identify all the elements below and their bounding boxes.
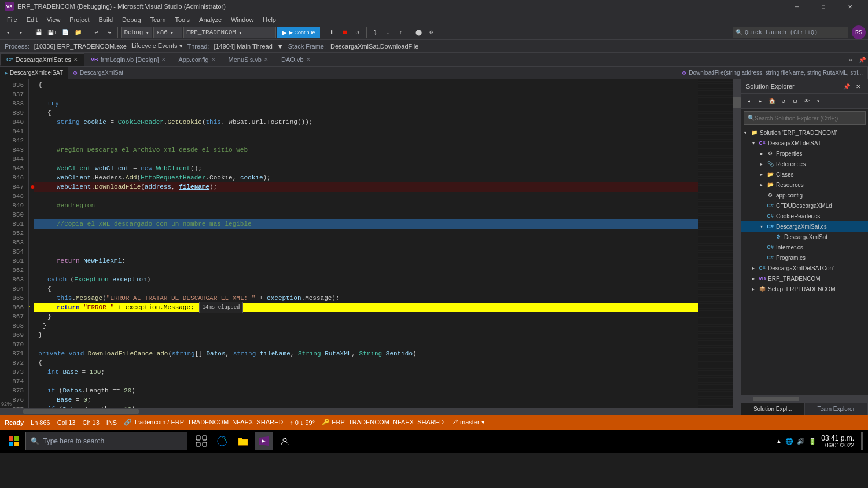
project-dropdown[interactable]: ERP_TRADENCOM ▾ bbox=[183, 27, 276, 38]
step-over-button[interactable]: ⤵ bbox=[370, 27, 381, 38]
open-button[interactable]: 📁 bbox=[72, 27, 84, 38]
edge-button[interactable] bbox=[213, 432, 231, 450]
tree-internet[interactable]: C# Internet.cs bbox=[741, 242, 868, 252]
pause-button[interactable]: ⏸ bbox=[326, 27, 338, 38]
settings-button[interactable]: ⚙ bbox=[426, 27, 437, 38]
menu-tools[interactable]: Tools bbox=[170, 13, 194, 26]
menu-edit[interactable]: Edit bbox=[22, 13, 42, 26]
menu-debug[interactable]: Debug bbox=[117, 13, 145, 26]
quick-launch[interactable]: 🔍 Quick Launch (Ctrl+Q) bbox=[733, 27, 848, 38]
file-tab-method[interactable]: ⚙ DownloadFile(string address, string fi… bbox=[677, 67, 868, 79]
sol-refresh-button[interactable]: ↺ bbox=[778, 96, 789, 107]
tree-resources[interactable]: ▸ 📂 Resources bbox=[741, 179, 868, 190]
start-button[interactable] bbox=[5, 432, 23, 450]
tree-descarga-con[interactable]: ▸ C# DescargaXmlDelSATCon' bbox=[741, 263, 868, 273]
platform-dropdown[interactable]: x86 ▾ bbox=[153, 27, 182, 38]
menu-build[interactable]: Build bbox=[94, 13, 117, 26]
tree-app-config[interactable]: ⚙ app.config bbox=[741, 190, 868, 200]
up-arrow-icon[interactable]: ▲ bbox=[775, 438, 782, 445]
step-out-button[interactable]: ↑ bbox=[395, 27, 407, 38]
taskbar-search-box[interactable]: 🔍 Type here to search bbox=[25, 432, 187, 450]
menu-analyze[interactable]: Analyze bbox=[194, 13, 226, 26]
filter-icon[interactable]: ▼ bbox=[277, 43, 284, 50]
panel-tab-solution[interactable]: Solution Expl... bbox=[741, 403, 805, 415]
menu-view[interactable]: View bbox=[42, 13, 65, 26]
tree-references[interactable]: ▸ 📎 References bbox=[741, 159, 868, 169]
taskview-button[interactable] bbox=[192, 432, 211, 450]
sol-collapse-button[interactable]: ⊟ bbox=[790, 96, 800, 107]
add-tab-button[interactable]: ⬌ bbox=[845, 54, 856, 66]
sol-filter-button[interactable]: ▾ bbox=[813, 96, 823, 107]
solution-explorer-pin[interactable]: 📌 bbox=[856, 54, 868, 66]
menu-project[interactable]: Project bbox=[65, 13, 94, 26]
file-tab-class[interactable]: ▸ DescargaXmldelSAT bbox=[0, 67, 68, 79]
visual-studio-button[interactable] bbox=[255, 432, 273, 450]
save-button[interactable]: 💾 bbox=[33, 27, 45, 38]
tree-descarga-xml-sat[interactable]: ▾ C# DescargaXmlSat.cs bbox=[741, 221, 868, 232]
tab-close-frm[interactable]: ✕ bbox=[161, 57, 166, 63]
tab-dao[interactable]: DAO.vb ✕ bbox=[275, 53, 317, 66]
sol-forward-button[interactable]: ▸ bbox=[755, 96, 766, 107]
restart-button[interactable]: ↺ bbox=[352, 27, 363, 38]
minimize-button[interactable]: ─ bbox=[784, 0, 810, 13]
vertical-scrollbar[interactable] bbox=[733, 79, 741, 408]
show-desktop-button[interactable] bbox=[861, 432, 863, 450]
pin-panel-button[interactable]: 📌 bbox=[841, 81, 852, 91]
sol-back-button[interactable]: ◂ bbox=[744, 96, 754, 107]
volume-icon[interactable]: 🔊 bbox=[797, 438, 805, 445]
tab-close-menu[interactable]: ✕ bbox=[264, 57, 269, 63]
forward-button[interactable]: ▸ bbox=[15, 27, 27, 38]
tree-cookie-reader[interactable]: C# CookieReader.cs bbox=[741, 211, 868, 221]
horizontal-scrollbar[interactable] bbox=[0, 408, 741, 415]
code-body[interactable]: { try { string cookie = CookieReader.Get… bbox=[29, 79, 698, 408]
close-button[interactable]: ✕ bbox=[837, 0, 863, 13]
menu-team[interactable]: Team bbox=[146, 13, 171, 26]
step-into-button[interactable]: ↓ bbox=[382, 27, 394, 38]
tree-program[interactable]: C# Program.cs bbox=[741, 252, 868, 263]
redo-button[interactable]: ↪ bbox=[103, 27, 115, 38]
tab-close-icon[interactable]: ✕ bbox=[73, 57, 78, 63]
undo-button[interactable]: ↩ bbox=[90, 27, 102, 38]
tree-properties[interactable]: ▸ ⚙ Properties bbox=[741, 148, 868, 159]
lifecycle-dropdown[interactable]: Lifecycle Events ▾ bbox=[131, 42, 183, 50]
stop-button[interactable]: ⏹ bbox=[339, 27, 351, 38]
code-editor[interactable]: 92% 836 837 838 839 840 841 842 843 844 … bbox=[0, 79, 741, 415]
tree-descarga-sub[interactable]: ⚙ DescargaXmlSat bbox=[741, 232, 868, 242]
tree-solution[interactable]: ▾ 📁 Solution 'ERP_TRADENCOM' bbox=[741, 127, 868, 138]
solution-search-input[interactable] bbox=[755, 115, 862, 122]
tree-erp[interactable]: ▸ VB ERP_TRADENCOM bbox=[741, 273, 868, 284]
panel-tab-team[interactable]: Team Explorer bbox=[805, 403, 869, 415]
clock[interactable]: 03:41 p.m. 06/01/2022 bbox=[821, 434, 854, 449]
branch-name[interactable]: ⎇ master ▾ bbox=[451, 419, 485, 426]
file-tab-member[interactable]: ⚙ DescargaXmlSat bbox=[68, 67, 128, 79]
tab-app-config[interactable]: App.config ✕ bbox=[172, 53, 222, 66]
tab-close-app[interactable]: ✕ bbox=[211, 57, 216, 63]
debug-mode-dropdown[interactable]: Debug ▾ bbox=[121, 27, 152, 38]
tree-setup[interactable]: ▸ 📦 Setup_ERPTRADENCOM bbox=[741, 284, 868, 294]
tree-project-descarga[interactable]: ▾ C# DescagaXMLdelSAT bbox=[741, 138, 868, 148]
tab-descarga-xml[interactable]: C# DescargaXmlSat.cs ✕ bbox=[0, 53, 84, 66]
sol-home-button[interactable]: 🏠 bbox=[767, 96, 777, 107]
file-explorer-button[interactable] bbox=[234, 432, 252, 450]
tree-clases[interactable]: ▸ 📂 Clases bbox=[741, 169, 868, 179]
menu-help[interactable]: Help bbox=[258, 13, 281, 26]
menu-window[interactable]: Window bbox=[226, 13, 258, 26]
user-menu[interactable]: RS bbox=[852, 25, 866, 39]
tab-menu-sis[interactable]: MenuSis.vb ✕ bbox=[222, 53, 275, 66]
maximize-button[interactable]: □ bbox=[810, 0, 837, 13]
network-icon[interactable]: 🌐 bbox=[785, 438, 793, 445]
continue-button[interactable]: ▶ ▶ Continue bbox=[277, 27, 320, 38]
menu-file[interactable]: File bbox=[2, 13, 22, 26]
save-all-button[interactable]: 💾+ bbox=[46, 27, 58, 38]
teams-button[interactable] bbox=[275, 432, 294, 450]
close-panel-button[interactable]: ✕ bbox=[853, 81, 863, 91]
sol-show-all-button[interactable]: 👁 bbox=[801, 96, 812, 107]
back-button[interactable]: ◂ bbox=[2, 27, 14, 38]
tab-frm-login[interactable]: VB frmLogin.vb [Design] ✕ bbox=[84, 53, 172, 66]
tab-close-dao[interactable]: ✕ bbox=[306, 57, 311, 63]
breakpoint-button[interactable]: ⬤ bbox=[413, 27, 425, 38]
solution-scrollbar[interactable] bbox=[741, 395, 868, 402]
tree-cfdu[interactable]: C# CFDUDescargaXMLd bbox=[741, 200, 868, 211]
new-file-button[interactable]: 📄 bbox=[60, 27, 71, 38]
solution-search-box[interactable]: 🔍 bbox=[744, 111, 866, 125]
